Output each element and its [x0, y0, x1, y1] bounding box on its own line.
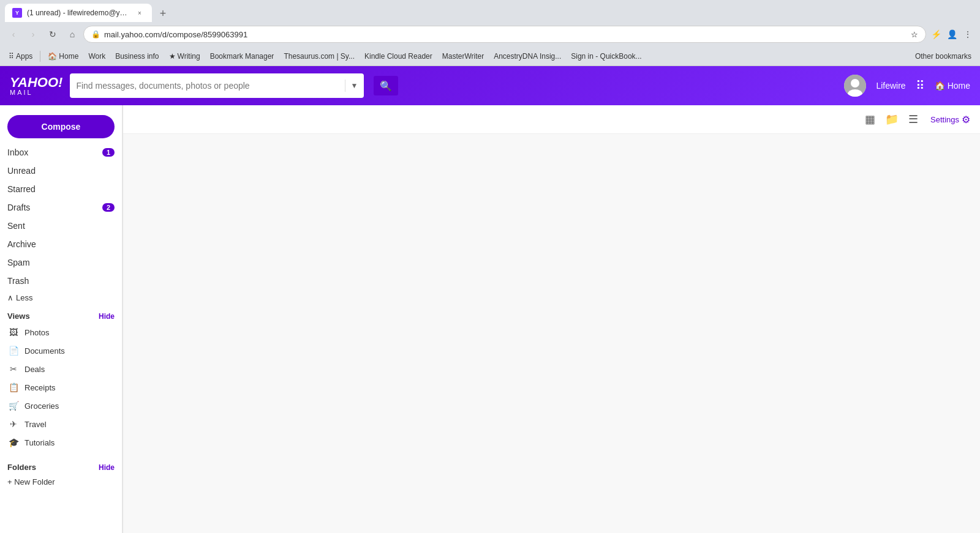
groceries-icon: 🛒 [7, 400, 20, 412]
bookmark-other-label: Other bookmarks [915, 52, 971, 61]
panel-icon-3[interactable]: ☰ [906, 110, 921, 129]
folders-hide-button[interactable]: Hide [99, 463, 115, 472]
bookmark-quickbooks-label: Sign in - QuickBook... [571, 52, 641, 61]
yahoo-header: YAHOO! MAIL ▼ 🔍 Lifewire ⠿ 🏠 Home [0, 66, 980, 105]
settings-gear-icon: ⚙ [962, 114, 970, 125]
compose-toolbar: Send 🔗 🖼 📅 😊 ⛓ B I 🎨 A ··· 🗑 [123, 503, 123, 533]
sidebar-item-trash[interactable]: Trash [0, 272, 122, 290]
spam-label: Spam [7, 258, 115, 267]
bookmark-work-label: Work [88, 52, 105, 61]
sidebar-item-inbox[interactable]: Inbox 1 [0, 143, 122, 162]
tutorials-label: Tutorials [24, 438, 55, 447]
bookmark-star-icon[interactable]: ☆ [911, 30, 918, 39]
sidebar-item-starred[interactable]: Starred [0, 180, 122, 198]
new-tab-button[interactable]: + [154, 5, 172, 22]
right-panel-header: ▦ 📁 ☰ Settings ⚙ [123, 105, 980, 134]
search-input[interactable] [76, 81, 340, 91]
browser-tab[interactable]: Y (1 unread) - lifewiredemo@yaho... × [5, 4, 152, 22]
sidebar-item-documents[interactable]: 📄 Documents [0, 341, 122, 360]
bookmark-mgr-label: Bookmark Manager [210, 52, 274, 61]
home-nav-button[interactable]: ⌂ [64, 26, 81, 43]
chevron-up-icon: ∧ [7, 293, 13, 302]
tab-favicon: Y [12, 8, 22, 18]
sidebar-item-photos[interactable]: 🖼 Photos [0, 323, 122, 341]
search-dropdown-icon[interactable]: ▼ [350, 81, 358, 90]
bookmark-bookmark-mgr[interactable]: Bookmark Manager [206, 51, 278, 62]
subject-row[interactable] [123, 156, 123, 176]
reload-button[interactable]: ↻ [44, 26, 61, 43]
home-link[interactable]: 🏠 Home [935, 81, 970, 91]
bookmark-thesaurus-label: Thesaurus.com | Sy... [284, 52, 355, 61]
receipts-icon: 📋 [7, 381, 20, 393]
home-bookmark-icon: 🏠 [48, 52, 57, 61]
less-button[interactable]: ∧ Less [0, 290, 122, 305]
search-bar[interactable]: ▼ [70, 73, 364, 98]
starred-label: Starred [7, 184, 115, 194]
panel-expand-button[interactable]: › [123, 313, 123, 326]
bookmark-thesaurus[interactable]: Thesaurus.com | Sy... [280, 51, 358, 62]
sidebar-item-unread[interactable]: Unread [0, 162, 122, 180]
address-bar[interactable]: 🔒 mail.yahoo.com/d/compose/8599063991 ☆ [83, 26, 926, 43]
tab-title: (1 unread) - lifewiredemo@yaho... [27, 9, 130, 17]
header-right: Lifewire ⠿ 🏠 Home [844, 75, 970, 97]
new-folder-button[interactable]: + New Folder [0, 474, 122, 490]
bookmark-other[interactable]: Other bookmarks [911, 51, 975, 62]
bookmark-separator [40, 51, 40, 62]
app-grid-icon[interactable]: ⠿ [916, 78, 925, 93]
sidebar-item-archive[interactable]: Archive [0, 235, 122, 253]
compose-button[interactable]: Compose [7, 115, 115, 138]
to-row: To CC / BCC [123, 129, 123, 156]
bookmark-quickbooks[interactable]: Sign in - QuickBook... [567, 51, 645, 62]
sidebar: Compose Inbox 1 Unread Starred Drafts 2 [0, 105, 123, 533]
apps-icon: ⠿ [9, 52, 14, 61]
user-name-label: Lifewire [876, 81, 905, 91]
search-divider [345, 80, 345, 92]
sent-label: Sent [7, 221, 115, 231]
sidebar-item-tutorials[interactable]: 🎓 Tutorials [0, 433, 122, 452]
inbox-badge: 1 [102, 148, 115, 157]
bookmark-apps-label: Apps [16, 52, 32, 61]
sidebar-item-receipts[interactable]: 📋 Receipts [0, 378, 122, 397]
panel-icon-1[interactable]: ▦ [862, 110, 878, 129]
tab-close-button[interactable]: × [135, 8, 145, 18]
photos-icon: 🖼 [7, 326, 20, 338]
views-hide-button[interactable]: Hide [99, 312, 115, 321]
bookmark-apps[interactable]: ⠿ Apps [5, 51, 36, 62]
drafts-badge: 2 [102, 203, 115, 212]
profile-button[interactable]: 👤 [944, 27, 959, 42]
new-folder-label: + New Folder [7, 477, 55, 486]
body-area[interactable]: Just wanted to drop a line and say hi. [123, 176, 123, 503]
svg-point-1 [851, 79, 859, 88]
sidebar-item-groceries[interactable]: 🛒 Groceries [0, 397, 122, 415]
settings-button[interactable]: Settings ⚙ [930, 114, 970, 125]
bookmark-work[interactable]: Work [85, 51, 109, 62]
home-icon: 🏠 [935, 81, 945, 91]
sidebar-item-deals[interactable]: ✂ Deals [0, 360, 122, 378]
bookmark-business[interactable]: Business info [111, 51, 162, 62]
panel-icon-2[interactable]: 📁 [883, 110, 901, 129]
sidebar-item-sent[interactable]: Sent [0, 217, 122, 235]
bookmark-kindle[interactable]: Kindle Cloud Reader [361, 51, 436, 62]
sidebar-item-travel[interactable]: ✈ Travel [0, 415, 122, 433]
documents-icon: 📄 [7, 345, 20, 357]
search-icon: 🔍 [380, 80, 392, 92]
search-button[interactable]: 🔍 [374, 76, 398, 95]
bookmark-ancestry[interactable]: AncestryDNA Insig... [490, 51, 565, 62]
trash-label: Trash [7, 276, 115, 286]
avatar[interactable] [844, 75, 866, 97]
back-button[interactable]: ‹ [5, 26, 22, 43]
lock-icon: 🔒 [91, 30, 100, 39]
photos-label: Photos [24, 328, 49, 337]
bookmarks-bar: ⠿ Apps 🏠 Home Work Business info ★ Writi… [0, 47, 980, 66]
drafts-label: Drafts [7, 203, 102, 212]
bookmark-writing[interactable]: ★ Writing [165, 51, 204, 62]
unread-label: Unread [7, 166, 115, 176]
bookmark-masterwriter[interactable]: MasterWriter [439, 51, 488, 62]
sidebar-item-spam[interactable]: Spam [0, 253, 122, 272]
menu-button[interactable]: ⋮ [960, 27, 975, 42]
sidebar-item-drafts[interactable]: Drafts 2 [0, 198, 122, 217]
extensions-button[interactable]: ⚡ [929, 27, 943, 42]
compose-panel: From Lifewire × To CC / BCC [123, 105, 123, 533]
bookmark-home[interactable]: 🏠 Home [44, 51, 82, 62]
forward-button[interactable]: › [24, 26, 42, 43]
